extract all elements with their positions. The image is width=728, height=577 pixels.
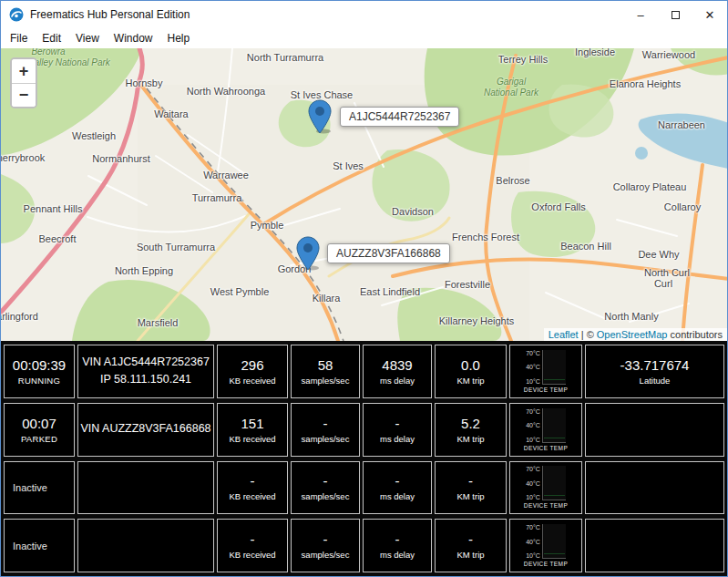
delay-cell: -ms delay xyxy=(363,461,432,515)
device-temp-cell: 70°C40°C10°CDEVICE TEMP xyxy=(509,403,582,457)
temp-tick-labels: 70°C40°C10°C xyxy=(526,408,542,443)
vehicle-marker-pin[interactable] xyxy=(296,236,320,271)
metric-label: KB received xyxy=(229,376,275,386)
menu-item-edit[interactable]: Edit xyxy=(35,28,68,48)
temp-graph xyxy=(542,524,566,559)
temp-caption: DEVICE TEMP xyxy=(524,445,568,451)
kb-received-cell: -KB received xyxy=(217,519,288,572)
openstreetmap-link[interactable]: OpenStreetMap xyxy=(597,329,668,340)
vehicle-marker-label: AUZZZ8V3FA166868 xyxy=(327,243,450,263)
close-button[interactable]: ✕ xyxy=(692,1,727,28)
vehicle-row: 00:07PARKEDVIN AUZZZ8V3FA166868151KB rec… xyxy=(4,403,724,457)
temp-tick: 70°C xyxy=(526,466,540,472)
vehicle-row: 00:09:39RUNNINGVIN A1JC5444R7252367IP 58… xyxy=(4,345,724,398)
extra-cell xyxy=(585,519,724,572)
temp-tick-labels: 70°C40°C10°C xyxy=(526,524,542,559)
device-temp-cell: 70°C40°C10°CDEVICE TEMP xyxy=(509,519,582,572)
app-logo-icon xyxy=(9,7,24,22)
metric-value: 58 xyxy=(318,357,333,373)
vin-line: VIN A1JC5444R7252367 xyxy=(82,354,210,371)
temp-tick: 70°C xyxy=(526,350,540,356)
minimize-button[interactable]: – xyxy=(623,1,658,28)
temp-caption: DEVICE TEMP xyxy=(524,386,568,393)
menu-item-view[interactable]: View xyxy=(68,28,107,48)
vin-cell xyxy=(77,461,214,515)
metric-label: KB received xyxy=(229,550,275,560)
delay-cell: 4839ms delay xyxy=(363,345,432,398)
metric-value: 5.2 xyxy=(461,416,480,431)
delay-cell: -ms delay xyxy=(363,403,432,457)
vehicle-row: Inactive-KB received-samples/sec-ms dela… xyxy=(4,461,724,515)
trip-cell: -KM trip xyxy=(435,461,507,515)
status-inactive-label: Inactive xyxy=(13,482,47,493)
metric-label: samples/sec xyxy=(302,434,350,444)
vin-cell: VIN AUZZZ8V3FA166868 xyxy=(77,403,214,457)
temp-graph xyxy=(542,466,566,500)
maximize-icon xyxy=(672,11,680,19)
temp-graph xyxy=(542,408,566,443)
temp-graph xyxy=(542,350,566,385)
app-window: Freematics Hub Personal Edition – ✕ File… xyxy=(0,0,728,577)
metric-value: 4839 xyxy=(382,357,412,373)
marker-pin-icon xyxy=(308,99,332,134)
metric-value: - xyxy=(395,473,400,489)
metric-value: - xyxy=(468,473,473,489)
vehicle-marker-label: A1JC5444R7252367 xyxy=(340,107,459,127)
device-temp-cell: 70°C40°C10°CDEVICE TEMP xyxy=(509,345,582,398)
menu-item-window[interactable]: Window xyxy=(107,28,160,48)
extra-cell xyxy=(585,403,724,457)
menu-item-file[interactable]: File xyxy=(3,28,35,48)
samples-cell: -samples/sec xyxy=(291,461,360,515)
extra-cell xyxy=(585,461,724,515)
leaflet-link[interactable]: Leaflet xyxy=(549,329,579,340)
menu-bar: FileEditViewWindowHelp xyxy=(1,28,727,48)
temp-gauge: 70°C40°C10°C xyxy=(526,466,566,500)
status-cell: 00:09:39RUNNING xyxy=(4,345,75,398)
status-cell: 00:07PARKED xyxy=(4,403,75,457)
metric-label: KM trip xyxy=(456,376,484,386)
temp-gauge: 70°C40°C10°C xyxy=(526,408,566,443)
device-temp-cell: 70°C40°C10°CDEVICE TEMP xyxy=(509,461,582,515)
temp-gauge: 70°C40°C10°C xyxy=(526,524,566,559)
temp-tick: 10°C xyxy=(526,552,540,559)
temp-tick-labels: 70°C40°C10°C xyxy=(526,350,542,385)
attribution-separator: | © xyxy=(579,329,597,340)
zoom-control: + − xyxy=(10,57,37,108)
metric-label: samples/sec xyxy=(302,376,350,386)
temp-tick: 40°C xyxy=(526,539,540,545)
map-attribution: Leaflet | © OpenStreetMap contributors xyxy=(544,328,727,341)
metric-label: KM trip xyxy=(456,550,484,560)
temp-tick-labels: 70°C40°C10°C xyxy=(526,466,542,500)
temp-caption: DEVICE TEMP xyxy=(524,561,568,567)
dashboard: 00:09:39RUNNINGVIN A1JC5444R7252367IP 58… xyxy=(1,341,727,576)
metric-value: 151 xyxy=(241,416,263,431)
metric-label: samples/sec xyxy=(302,550,350,560)
temp-tick: 40°C xyxy=(526,422,540,428)
marker-pin-icon xyxy=(296,236,320,271)
zoom-out-button[interactable]: − xyxy=(12,83,36,107)
status-cell: Inactive xyxy=(4,519,75,572)
temp-tick: 10°C xyxy=(526,437,540,443)
delay-cell: -ms delay xyxy=(363,519,432,572)
trip-cell: 5.2KM trip xyxy=(435,403,507,457)
status-clock: 00:07 xyxy=(22,416,56,431)
status-inactive-label: Inactive xyxy=(13,541,47,551)
vin-cell: VIN A1JC5444R7252367IP 58.111.150.241 xyxy=(77,345,214,398)
kb-received-cell: -KB received xyxy=(217,461,288,515)
trip-cell: 0.0KM trip xyxy=(435,345,507,398)
status-clock: 00:09:39 xyxy=(13,357,66,373)
status-state: PARKED xyxy=(21,434,57,444)
menu-item-help[interactable]: Help xyxy=(160,28,198,48)
vehicle-marker-pin[interactable] xyxy=(308,99,332,134)
maximize-button[interactable] xyxy=(658,1,692,28)
metric-label: KB received xyxy=(229,491,275,501)
trip-cell: -KM trip xyxy=(435,519,507,572)
metric-value: 296 xyxy=(241,357,263,373)
metric-label: ms delay xyxy=(380,434,415,444)
metric-label: ms delay xyxy=(380,376,415,386)
metric-label: KM trip xyxy=(456,434,484,444)
vin-line: VIN AUZZZ8V3FA166868 xyxy=(80,420,210,438)
zoom-in-button[interactable]: + xyxy=(12,59,36,83)
metric-value: - xyxy=(323,531,328,547)
map[interactable]: BerowraValley National ParkGarigalNation… xyxy=(1,48,727,341)
